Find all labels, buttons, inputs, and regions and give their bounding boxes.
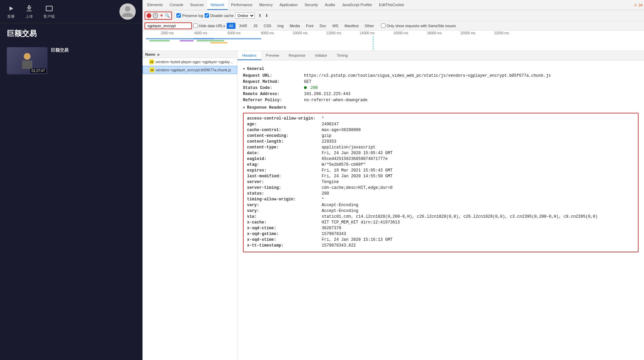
response-header-row: x-tt-timestamp:1579878343.822	[247, 243, 634, 248]
sidebar-item-client[interactable]: 客户端	[43, 4, 55, 19]
tab-application[interactable]: Application	[276, 0, 301, 10]
network-timeline: 2000 ms 4000 ms 6000 ms 8000 ms 10000 ms…	[143, 31, 644, 51]
record-button[interactable]	[147, 13, 151, 18]
tab-network[interactable]: Network	[207, 0, 228, 10]
video-card: 01:27:47 巨额交易	[7, 47, 136, 74]
video-timestamp: 01:27:47	[30, 69, 46, 73]
detail-tabs: Headers Preview Response Initiator Timin…	[238, 51, 644, 60]
tab-js-profiler[interactable]: JavaScript Profiler	[339, 0, 376, 10]
toolbar-divider-1	[174, 12, 174, 19]
filter-css[interactable]: CSS	[261, 23, 274, 29]
filter-manifest[interactable]: Manifest	[342, 23, 361, 29]
detail-content: ▼ General Request URL: https://s3.pstatp…	[238, 60, 644, 360]
response-header-row: server-timing:cdn-cache;desc=HIT,edge;du…	[247, 185, 634, 190]
general-request-url: Request URL: https://s3.pstatp.com/touti…	[243, 73, 639, 78]
response-header-row: vary:Accept-Encoding	[247, 209, 634, 213]
tab-performance[interactable]: Performance	[228, 0, 256, 10]
search-input[interactable]	[145, 22, 192, 29]
import-btn[interactable]: ⬆	[257, 13, 263, 19]
svg-rect-1	[149, 40, 170, 41]
svg-rect-5	[197, 40, 224, 41]
filter-media[interactable]: Media	[287, 23, 302, 29]
devtools-panel: Elements Console Sources Network Perform…	[143, 0, 644, 360]
same-site-checkbox[interactable]: Only show requests with SameSite issues	[381, 23, 456, 28]
request-item-0[interactable]: JS vendors~byted-player-xgpc~xgplayer~xg…	[143, 58, 237, 66]
tab-console[interactable]: Console	[166, 0, 187, 10]
svg-rect-4	[193, 38, 261, 39]
response-header-row: etag:W/"5e2b0576-cb00f"	[247, 162, 634, 167]
response-header-row: x-sqd-ctime:36287370	[247, 226, 634, 231]
svg-rect-0	[146, 38, 173, 39]
sidebar: 直播 上传 客户端 巨额交易 01:27:47 巨额交易	[0, 0, 143, 360]
response-header-row: last-modified:Fri, 24 Jan 2020 14:55:50 …	[247, 174, 634, 179]
disable-cache-checkbox[interactable]: Disable cache	[205, 13, 234, 18]
response-header-row: vary:Accept-Encoding	[247, 203, 634, 208]
tab-security[interactable]: Security	[301, 0, 321, 10]
response-header-row: timing-allow-origin:*	[247, 197, 634, 202]
detail-tab-timing[interactable]: Timing	[332, 51, 353, 60]
response-header-row: content-encoding:gzip	[247, 133, 634, 138]
response-header-row: x-sqd-stime:Fri, 24 Jan 2020 15:16:13 GM…	[247, 237, 634, 242]
warning-badge: ⚠ 34	[634, 3, 643, 7]
response-headers-section-header[interactable]: ▼ Response Headers	[243, 105, 639, 110]
clear-button[interactable]: ↺	[153, 13, 158, 18]
filter-js[interactable]: JS	[251, 23, 260, 29]
search-icon[interactable]: 🔍	[165, 13, 170, 18]
response-header-row: expires:Fri, 19 Mar 2021 15:05:43 GMT	[247, 168, 634, 173]
general-request-method: Request Method: GET	[243, 79, 639, 84]
filter-all[interactable]: All	[227, 23, 235, 29]
toolbar-icons-group: ↺ ▼ 🔍	[145, 12, 172, 20]
network-throttle-select[interactable]: Online	[235, 13, 255, 19]
filter-icon[interactable]: ▼	[159, 13, 164, 18]
network-filter-row: Hide data URLs All XHR JS CSS Img Media …	[143, 21, 644, 31]
response-header-row: status:200	[247, 191, 634, 196]
video-thumbnail[interactable]: 01:27:47	[7, 47, 48, 74]
response-header-row: cache-control:max-age=36288000	[247, 128, 634, 132]
detail-tab-initiator[interactable]: Initiator	[310, 51, 332, 60]
sidebar-item-live[interactable]: 直播	[7, 4, 15, 19]
filter-ws[interactable]: WS	[330, 23, 341, 29]
export-btn[interactable]: ⬇	[264, 13, 270, 19]
request-list: Name ▶ JS vendors~byted-player-xgpc~xgpl…	[143, 51, 238, 360]
general-referrer-policy: Referrer Policy: no-referrer-when-downgr…	[243, 98, 639, 103]
sidebar-page-title: 巨额交易	[0, 23, 143, 44]
detail-panel: Headers Preview Response Initiator Timin…	[238, 51, 644, 360]
devtools-tabs: Elements Console Sources Network Perform…	[143, 0, 644, 10]
response-header-row: date:Fri, 24 Jan 2020 15:05:43 GMT	[247, 151, 634, 156]
general-remote-address: Remote Address: 101.206.212.225:443	[243, 92, 639, 96]
js-icon: JS	[149, 59, 154, 64]
filter-img[interactable]: Img	[275, 23, 286, 29]
tab-sources[interactable]: Sources	[187, 0, 207, 10]
filter-doc[interactable]: Doc	[317, 23, 329, 29]
network-main: Name ▶ JS vendors~byted-player-xgpc~xgpl…	[143, 51, 644, 360]
response-header-row: content-type:application/javascript	[247, 145, 634, 150]
hide-data-urls-checkbox[interactable]: Hide data URLs	[193, 23, 225, 28]
filter-xhr[interactable]: XHR	[237, 23, 249, 29]
svg-rect-3	[180, 40, 193, 41]
preserve-log-checkbox[interactable]: Preserve log	[176, 13, 203, 18]
tab-audits[interactable]: Audits	[321, 0, 339, 10]
sidebar-top: 直播 上传 客户端	[0, 0, 143, 23]
avatar	[119, 3, 136, 20]
filter-font[interactable]: Font	[304, 23, 316, 29]
filter-other[interactable]: Other	[362, 23, 377, 29]
response-header-row: content-length:229353	[247, 139, 634, 144]
response-header-row: x-sqd-gstime:1579878343	[247, 232, 634, 236]
sidebar-item-upload[interactable]: 上传	[25, 4, 33, 19]
response-headers-box: access-control-allow-origin:*age:2490247…	[243, 113, 639, 252]
general-status-code: Status Code: 200	[243, 86, 639, 90]
svg-rect-6	[210, 42, 227, 43]
tab-editthiscookie[interactable]: EditThisCookie	[376, 0, 408, 10]
request-list-header: Name ▶	[143, 51, 237, 58]
tab-memory[interactable]: Memory	[256, 0, 276, 10]
request-item-1[interactable]: JS vendors~xgplayer_encrypt.b05f677a.chu…	[143, 66, 237, 74]
general-section-header[interactable]: ▼ General	[243, 67, 639, 71]
detail-tab-preview[interactable]: Preview	[261, 51, 284, 60]
tab-elements[interactable]: Elements	[144, 0, 166, 10]
network-toolbar: ↺ ▼ 🔍 Preserve log Disable cache Online …	[143, 10, 644, 21]
js-icon-selected: JS	[150, 68, 154, 72]
response-header-row: x-cache:HIT TCP_MEM_HIT dirn:12:41973613	[247, 220, 634, 225]
response-header-row: server:Tengine	[247, 180, 634, 184]
detail-tab-response[interactable]: Response	[284, 51, 310, 60]
detail-tab-headers[interactable]: Headers	[238, 51, 261, 60]
